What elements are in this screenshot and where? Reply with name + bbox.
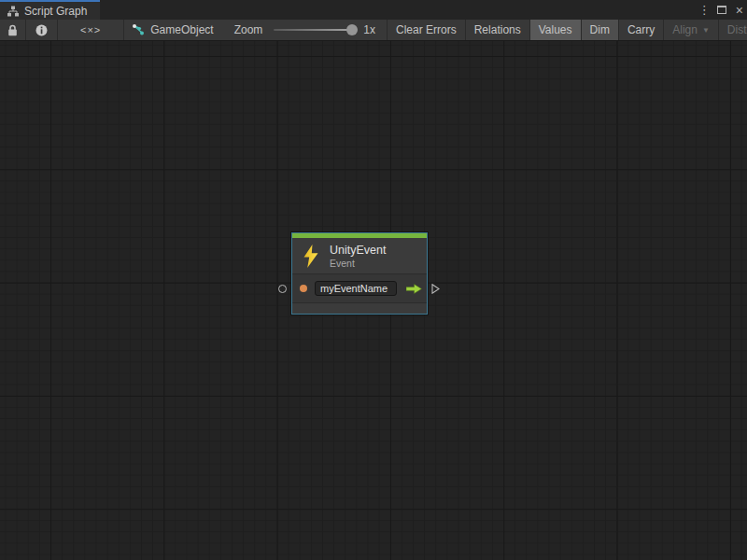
node-input-port-icon[interactable] — [278, 285, 287, 293]
zoom-label: Zoom — [234, 23, 263, 36]
clear-errors-button[interactable]: Clear Errors — [388, 20, 466, 40]
graph-target-label: GameObject — [150, 23, 213, 36]
lightning-bolt-icon — [303, 245, 319, 268]
node-subtitle: Event — [330, 258, 386, 269]
kebab-menu-icon[interactable]: ⋮ — [698, 3, 708, 17]
zoom-slider-handle[interactable] — [346, 24, 358, 35]
lock-icon — [7, 24, 18, 36]
relations-label: Relations — [474, 23, 521, 36]
graph-target[interactable]: GameObject — [124, 20, 222, 40]
node-output-port-icon[interactable] — [431, 284, 440, 294]
unity-event-node[interactable]: UnityEvent Event — [291, 232, 428, 315]
tab-label: Script Graph — [24, 5, 87, 18]
carry-toggle[interactable]: Carry — [619, 20, 664, 40]
code-icon: <×> — [80, 24, 101, 35]
script-graph-window: Script Graph ⋮ × — [0, 0, 747, 560]
close-icon[interactable]: × — [736, 4, 743, 17]
relations-toggle[interactable]: Relations — [466, 20, 530, 40]
zoom-value: 1x — [363, 23, 375, 36]
window-controls: ⋮ × — [698, 0, 743, 20]
node-port-row — [292, 274, 427, 302]
info-icon — [35, 24, 48, 36]
align-dropdown: Align ▼ — [664, 20, 719, 40]
node-title: UnityEvent — [330, 244, 386, 258]
carry-label: Carry — [627, 23, 655, 36]
graph-toolbar: <×> GameObject Zoom 1x Clear Erro — [0, 20, 747, 41]
dim-toggle[interactable]: Dim — [582, 20, 619, 40]
maximize-icon[interactable] — [717, 6, 726, 14]
value-port-icon[interactable] — [300, 285, 307, 292]
dim-label: Dim — [590, 23, 610, 36]
zoom-control: Zoom 1x — [223, 20, 388, 40]
code-view-button[interactable]: <×> — [58, 20, 124, 40]
tab-bar: Script Graph ⋮ × — [0, 0, 747, 20]
values-label: Values — [539, 23, 572, 36]
graph-hierarchy-icon — [7, 6, 19, 17]
distribute-label: Distribute — [727, 23, 747, 36]
clear-errors-label: Clear Errors — [396, 23, 457, 36]
event-name-field[interactable] — [315, 281, 397, 296]
info-button[interactable] — [26, 20, 58, 40]
distribute-dropdown: Distribute ▼ — [719, 20, 747, 40]
lock-button[interactable] — [0, 20, 26, 40]
graph-canvas[interactable]: UnityEvent Event — [0, 41, 747, 560]
script-graph-icon — [132, 24, 145, 35]
node-header[interactable]: UnityEvent Event — [292, 238, 427, 273]
values-toggle[interactable]: Values — [530, 20, 582, 40]
zoom-slider[interactable] — [274, 29, 356, 31]
align-label: Align — [672, 23, 698, 36]
flow-arrow-icon[interactable] — [406, 284, 422, 294]
chevron-down-icon: ▼ — [702, 26, 710, 35]
node-footer — [292, 303, 427, 314]
tab-script-graph[interactable]: Script Graph — [0, 0, 100, 20]
